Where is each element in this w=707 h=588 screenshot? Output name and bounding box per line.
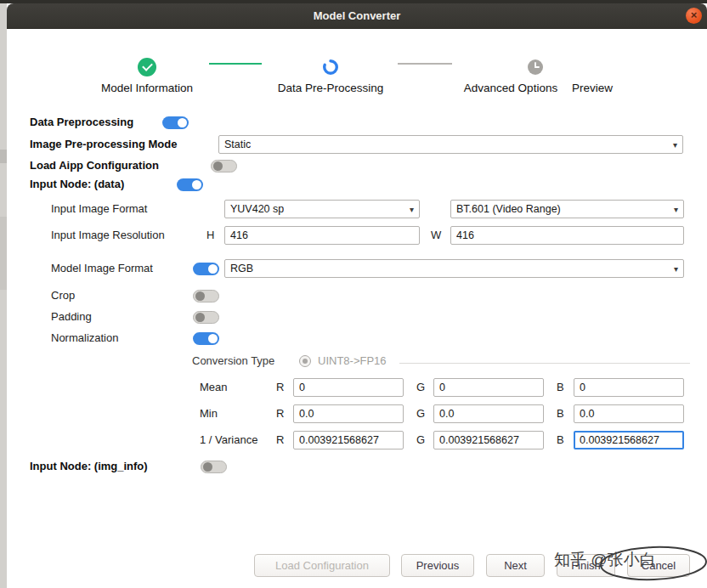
mean-r-label: R [276, 381, 284, 394]
step-data-pre-processing[interactable]: Data Pre-Processing [263, 82, 399, 95]
toggle-knob [208, 264, 218, 274]
variance-b-label: B [557, 433, 564, 447]
chevron-down-icon: ▾ [673, 140, 677, 150]
background-artifact [0, 150, 7, 163]
model-image-format-toggle[interactable] [193, 263, 219, 275]
ellipse-stroke-icon [597, 544, 707, 583]
load-aipp-configuration-label: Load Aipp Configuration [30, 159, 159, 172]
chevron-down-icon: ▾ [674, 205, 678, 214]
close-icon[interactable]: × [686, 8, 702, 24]
data-preprocessing-toggle[interactable] [162, 116, 189, 129]
load-aipp-configuration-toggle[interactable] [211, 160, 237, 172]
watermark-circle [597, 544, 707, 583]
min-r-label: R [276, 407, 284, 421]
next-button[interactable]: Next [486, 554, 545, 577]
padding-label: Padding [51, 310, 92, 324]
padding-toggle[interactable] [193, 311, 219, 324]
input-node-img-info-label: Input Node: (img_info) [30, 460, 148, 473]
toggle-knob [195, 313, 205, 322]
toggle-knob [213, 161, 223, 171]
image-preprocessing-mode-select[interactable]: Static ▾ [218, 135, 683, 154]
variance-r-input[interactable] [293, 431, 404, 449]
selected-value: Static [224, 139, 251, 150]
mean-g-input[interactable] [433, 378, 544, 397]
min-b-input[interactable] [574, 404, 684, 423]
progress-ring-icon [322, 59, 339, 76]
input-image-format-select[interactable]: YUV420 sp ▾ [224, 200, 420, 218]
mean-r-input[interactable] [293, 378, 404, 397]
conversion-type-option: UINT8->FP16 [318, 354, 387, 368]
variance-g-input[interactable] [433, 431, 544, 449]
selected-value: BT.601 (Video Range) [456, 203, 561, 215]
divider [399, 363, 690, 364]
previous-button[interactable]: Previous [401, 554, 474, 577]
input-node-img-info-toggle[interactable] [201, 461, 227, 473]
step-connector-done [209, 63, 262, 65]
toggle-knob [208, 334, 218, 343]
selected-value: YUV420 sp [230, 203, 284, 215]
toggle-knob [192, 180, 201, 189]
min-g-label: G [416, 407, 425, 421]
min-g-input[interactable] [433, 404, 544, 423]
variance-r-label: R [276, 433, 284, 447]
input-image-resolution-label: Input Image Resolution [51, 229, 165, 242]
input-image-format-label: Input Image Format [51, 202, 147, 216]
toggle-knob [195, 291, 205, 301]
chevron-down-icon: ▾ [410, 205, 414, 214]
resolution-w-input[interactable] [450, 226, 684, 245]
conversion-type-label: Conversion Type [192, 354, 274, 368]
variance-label: 1 / Variance [200, 433, 257, 447]
step-advanced-options[interactable]: Advanced Options [443, 82, 579, 95]
clock-icon [527, 59, 544, 76]
step-current-icon [322, 59, 339, 76]
min-label: Min [200, 407, 218, 421]
mean-b-input[interactable] [574, 378, 684, 397]
crop-label: Crop [51, 289, 75, 302]
normalization-toggle[interactable] [193, 332, 219, 345]
resolution-h-input[interactable] [224, 226, 420, 245]
mean-g-label: G [416, 381, 425, 394]
image-preprocessing-mode-label: Image Pre-processing Mode [30, 138, 177, 151]
step-pending-icon [527, 59, 544, 76]
step-model-information[interactable]: Model Information [79, 82, 215, 95]
toggle-knob [203, 462, 212, 472]
crop-toggle[interactable] [193, 290, 219, 302]
chevron-down-icon: ▾ [674, 264, 678, 274]
window-title: Model Converter [7, 3, 707, 28]
mean-label: Mean [200, 381, 228, 394]
resolution-h-label: H [206, 229, 214, 242]
input-node-data-toggle[interactable] [177, 178, 203, 191]
conversion-type-radio[interactable] [299, 355, 311, 367]
resolution-w-label: W [431, 229, 441, 242]
color-range-select[interactable]: BT.601 (Video Range) ▾ [450, 200, 684, 218]
check-icon [142, 60, 153, 71]
data-preprocessing-label: Data Preprocessing [30, 116, 133, 129]
model-image-format-select[interactable]: RGB ▾ [224, 259, 684, 278]
mean-b-label: B [557, 381, 564, 394]
variance-b-input[interactable] [574, 431, 684, 449]
background-artifact [0, 217, 7, 290]
variance-g-label: G [416, 433, 425, 447]
step-preview[interactable]: Preview [572, 82, 613, 95]
input-node-data-label: Input Node: (data) [30, 178, 124, 191]
normalization-label: Normalization [51, 331, 118, 345]
step-connector-pending [398, 63, 452, 65]
model-image-format-label: Model Image Format [51, 262, 153, 275]
background-window-strip [0, 3, 7, 588]
screen: Model Converter × Model Information Data… [0, 0, 707, 588]
min-b-label: B [557, 407, 564, 421]
radio-dot-icon [303, 359, 308, 364]
load-configuration-button[interactable]: Load Configuration [254, 554, 390, 577]
toggle-knob [178, 118, 187, 127]
step-done-icon [138, 58, 156, 76]
min-r-input[interactable] [293, 404, 404, 423]
selected-value: RGB [230, 263, 253, 274]
titlebar[interactable]: Model Converter × [7, 3, 707, 29]
